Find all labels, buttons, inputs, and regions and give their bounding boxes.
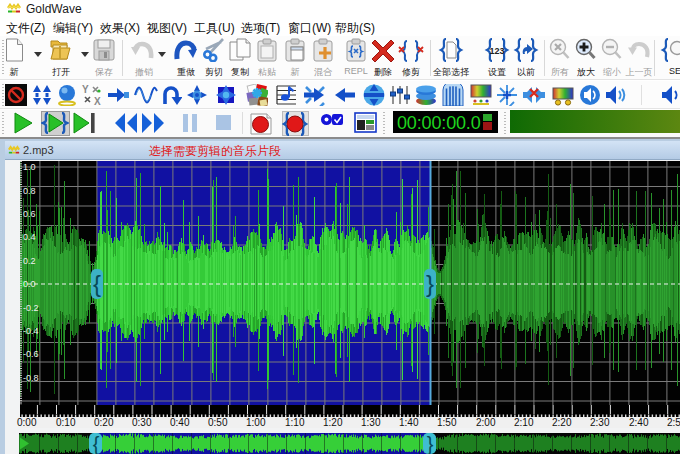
svg-text:X: X (94, 96, 101, 106)
svg-text:123: 123 (489, 46, 504, 56)
svg-text:0.6: 0.6 (23, 209, 36, 219)
svg-text:{: { (93, 433, 100, 454)
svg-text:1.0: 1.0 (23, 162, 36, 172)
svg-text:0.0: 0.0 (23, 279, 36, 289)
svg-text:-0.2: -0.2 (23, 303, 39, 313)
svg-text:0.8: 0.8 (23, 186, 36, 196)
svg-text:}: } (426, 270, 434, 297)
svg-text:-0.4: -0.4 (23, 326, 39, 336)
svg-text:-0.6: -0.6 (23, 349, 39, 359)
svg-text:0.2: 0.2 (23, 256, 36, 266)
svg-text:-0.8: -0.8 (23, 373, 39, 383)
svg-text:Y: Y (82, 84, 89, 95)
svg-text:0.4: 0.4 (23, 232, 36, 242)
svg-text:{: { (93, 270, 101, 297)
svg-text:}: } (427, 433, 434, 454)
